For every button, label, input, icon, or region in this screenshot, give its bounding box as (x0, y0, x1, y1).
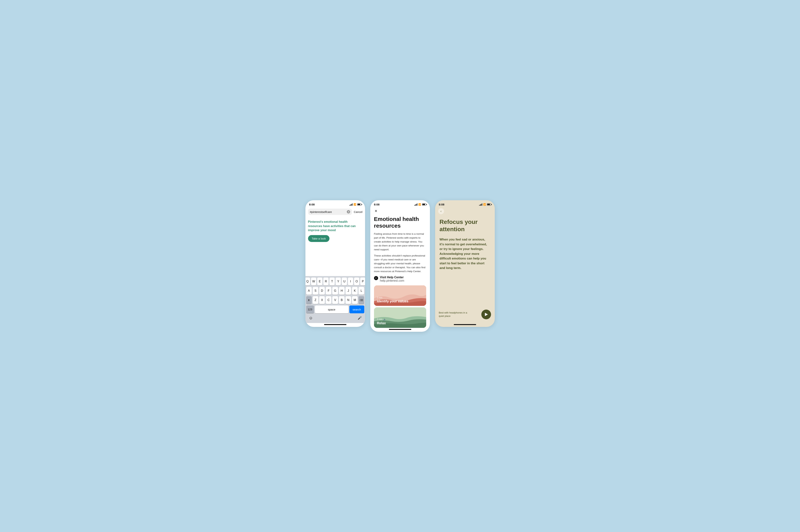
back-button[interactable]: ‹ (438, 208, 444, 214)
card-2-duration-row: 3 min 🔈 (377, 318, 386, 321)
play-button[interactable] (481, 309, 491, 319)
status-bar-3: 8:08 📶 (435, 200, 495, 207)
activity-card-1[interactable]: 3 min Identify your values (374, 285, 426, 306)
status-time-3: 8:08 (439, 203, 444, 206)
key-h[interactable]: H (339, 287, 345, 295)
emoji-key[interactable]: ☺ (309, 316, 313, 320)
status-bar-2: 8:08 📶 (370, 200, 430, 207)
key-m[interactable]: M (352, 296, 358, 304)
phones-container: 8:08 📶 ✕ Cancel Pinterest's emotional he… (305, 200, 495, 331)
search-bar: ✕ Cancel (305, 207, 365, 217)
keyboard-row-1: Q W E R T Y U I O P (306, 278, 364, 285)
key-j[interactable]: J (346, 287, 351, 295)
home-bar-3 (454, 324, 476, 325)
key-b[interactable]: B (339, 296, 345, 304)
key-z[interactable]: Z (313, 296, 318, 304)
info-icon: i (374, 276, 378, 280)
phone-search: 8:08 📶 ✕ Cancel Pinterest's emotional he… (305, 200, 365, 327)
wifi-icon-2: 📶 (418, 203, 421, 206)
keyboard-row-3: ⬆ Z X C V B N M ⌫ (306, 296, 364, 304)
status-icons-2: 📶 (414, 203, 426, 206)
phone-refocus: 8:08 📶 ‹ Refocus your attention When you… (435, 200, 495, 327)
card-1-duration: 3 min (377, 296, 408, 299)
help-link-title: Visit Help Center (380, 276, 404, 279)
search-input-wrap[interactable]: ✕ (308, 209, 352, 215)
wifi-icon: 📶 (354, 203, 356, 206)
key-y[interactable]: Y (336, 278, 341, 285)
key-n[interactable]: N (346, 296, 351, 304)
space-key[interactable]: space (315, 305, 349, 313)
key-r[interactable]: R (323, 278, 329, 285)
clear-button[interactable]: ✕ (347, 210, 350, 213)
key-x[interactable]: X (319, 296, 325, 304)
battery-icon-2 (422, 204, 426, 206)
help-link-row[interactable]: i Visit Help Center help.pinterest.com (374, 276, 426, 282)
card-2-name: Relax (377, 321, 386, 325)
key-g[interactable]: G (332, 287, 338, 295)
key-t[interactable]: T (330, 278, 335, 285)
status-icons-3: 📶 (479, 203, 491, 206)
card-2-duration: 3 min (377, 318, 383, 321)
take-look-button[interactable]: Take a look (308, 235, 330, 242)
signal-icon-3 (479, 204, 482, 206)
status-time-2: 8:08 (374, 203, 379, 206)
headphones-text: Best with headphones in a quiet place (439, 311, 469, 318)
status-time-1: 8:08 (309, 203, 315, 206)
key-l[interactable]: L (358, 287, 364, 295)
phone3-content: ‹ Refocus your attention When you feel s… (435, 207, 495, 323)
cancel-button[interactable]: Cancel (354, 210, 362, 213)
refocus-desc: When you feel sad or anxious, it's norma… (440, 237, 490, 270)
resource-title: Emotional health resources (374, 216, 426, 229)
help-link-content: Visit Help Center help.pinterest.com (380, 276, 404, 282)
activity-card-2[interactable]: 3 min 🔈 Relax (374, 307, 426, 328)
phone-resources: 8:08 📶 ✕ Emotional health resources Feel… (370, 200, 430, 331)
signal-icon-2 (414, 204, 417, 206)
key-s[interactable]: S (313, 287, 318, 295)
key-q[interactable]: Q (305, 278, 310, 285)
mic-key[interactable]: 🎤 (358, 316, 362, 320)
back-btn-row: ‹ (435, 207, 495, 214)
close-button[interactable]: ✕ (373, 208, 379, 214)
shift-key[interactable]: ⬆ (306, 296, 312, 304)
refocus-title: Refocus your attention (440, 218, 490, 233)
key-d[interactable]: D (319, 287, 325, 295)
wifi-icon-3: 📶 (483, 203, 486, 206)
battery-icon (357, 204, 361, 206)
search-key[interactable]: search (349, 305, 364, 313)
home-bar-2 (389, 329, 411, 330)
status-bar-1: 8:08 📶 (305, 200, 365, 207)
key-p[interactable]: P (360, 278, 365, 285)
key-v[interactable]: V (332, 296, 338, 304)
home-bar-1 (324, 324, 347, 325)
key-w[interactable]: W (311, 278, 316, 285)
card-1-name: Identify your values (377, 299, 408, 303)
battery-icon-3 (487, 204, 491, 206)
status-icons-1: 📶 (349, 203, 361, 206)
card-1-content: 3 min Identify your values (377, 296, 408, 303)
backspace-key[interactable]: ⌫ (358, 296, 364, 304)
resource-desc-2: These activities shouldn't replace profe… (374, 254, 426, 273)
key-c[interactable]: C (326, 296, 331, 304)
resource-desc-1: Feeling anxious from time to time is a n… (374, 232, 426, 252)
search-input[interactable] (310, 210, 345, 213)
refocus-content: Refocus your attention When you feel sad… (435, 214, 495, 307)
phone3-bottom: Best with headphones in a quiet place (435, 307, 495, 323)
promo-text: Pinterest's emotional health resources h… (308, 220, 362, 232)
keyboard: Q W E R T Y U I O P A S D F G H J K L (305, 276, 365, 323)
key-e[interactable]: E (317, 278, 322, 285)
key-u[interactable]: U (342, 278, 347, 285)
keyboard-bottom-row: 123 space search (306, 305, 364, 313)
card-2-content: 3 min 🔈 Relax (377, 318, 386, 325)
key-f[interactable]: F (326, 287, 331, 295)
keyboard-extras: ☺ 🎤 (306, 315, 364, 322)
resource-main: Emotional health resources Feeling anxio… (370, 214, 430, 328)
promo-card: Pinterest's emotional health resources h… (305, 217, 365, 244)
numbers-key[interactable]: 123 (306, 305, 314, 313)
key-a[interactable]: A (306, 287, 312, 295)
close-btn-row: ✕ (370, 207, 430, 214)
key-k[interactable]: K (352, 287, 358, 295)
key-i[interactable]: I (348, 278, 353, 285)
keyboard-row-2: A S D F G H J K L (306, 287, 364, 295)
sound-icon: 🔈 (383, 318, 386, 321)
key-o[interactable]: O (354, 278, 359, 285)
